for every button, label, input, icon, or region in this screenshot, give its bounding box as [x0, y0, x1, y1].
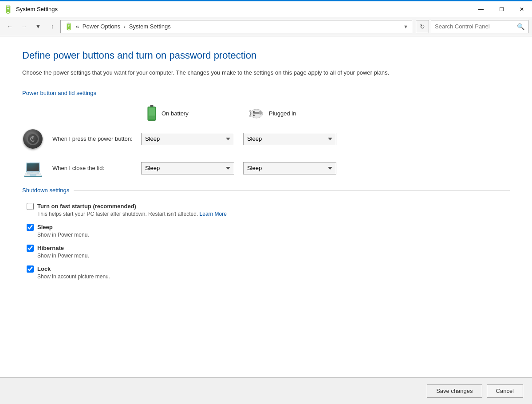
power-button-icon: [22, 128, 43, 150]
lid-close-row: 💻 When I close the lid: Do nothing Sleep…: [22, 158, 510, 179]
power-symbol: [29, 135, 36, 143]
lock-item: Lock Show in account picture menu.: [27, 265, 510, 280]
path-icon: 🔋: [64, 22, 73, 31]
fast-startup-sublabel: This helps start your PC faster after sh…: [37, 211, 227, 217]
sleep-sublabel: Show in Power menu.: [37, 232, 89, 238]
lid-close-plugged-select[interactable]: Do nothing Sleep Hibernate Shut down: [243, 162, 336, 174]
battery-icon: [146, 105, 157, 122]
search-input[interactable]: [435, 23, 517, 30]
address-path[interactable]: 🔋 « Power Options › System Settings ▼: [60, 20, 412, 33]
fast-startup-label: Turn on fast startup (recommended): [37, 203, 136, 210]
power-button-row: When I press the power button: Do nothin…: [22, 128, 510, 150]
window-title: System Settings: [16, 6, 471, 12]
hibernate-checkbox-wrap[interactable]: Hibernate: [27, 244, 89, 252]
lid-close-icon: 💻: [22, 158, 43, 179]
fast-startup-checkbox-wrap[interactable]: Turn on fast startup (recommended): [27, 202, 227, 210]
lid-close-dropdowns: Do nothing Sleep Hibernate Shut down Do …: [141, 162, 336, 174]
on-battery-label: On battery: [162, 110, 189, 117]
plug-icon: [248, 106, 264, 122]
power-button-label: When I press the power button:: [52, 135, 141, 142]
power-button-dropdowns: Do nothing Sleep Hibernate Shut down Tur…: [141, 133, 336, 145]
fast-startup-checkbox[interactable]: [27, 203, 34, 210]
title-bar: 🔋 System Settings — ☐ ✕: [0, 0, 532, 17]
power-button-section-label: Power button and lid settings: [22, 90, 96, 96]
path-dropdown-icon: ▼: [403, 24, 408, 29]
search-icon: 🔍: [517, 23, 524, 30]
up-button[interactable]: ↑: [46, 20, 59, 33]
hibernate-sublabel: Show in Power menu.: [37, 253, 89, 259]
svg-rect-0: [150, 105, 153, 107]
svg-point-8: [253, 115, 255, 116]
sleep-checkbox-wrap[interactable]: Sleep: [27, 223, 89, 231]
hibernate-checkbox[interactable]: [27, 245, 34, 252]
page-title: Define power buttons and turn on passwor…: [22, 50, 510, 61]
forward-button[interactable]: →: [18, 20, 30, 33]
dropdown-button[interactable]: ▼: [32, 20, 44, 33]
on-battery-header: On battery: [146, 105, 248, 122]
power-button-plugged-select[interactable]: Do nothing Sleep Hibernate Shut down Tur…: [243, 133, 336, 145]
bottom-bar: Save changes Cancel: [0, 377, 532, 404]
lid-close-battery-select[interactable]: Do nothing Sleep Hibernate Shut down: [141, 162, 234, 174]
minimize-button[interactable]: —: [471, 1, 491, 18]
lock-checkbox[interactable]: [27, 265, 34, 273]
refresh-button[interactable]: ↻: [416, 20, 429, 33]
close-button[interactable]: ✕: [512, 1, 532, 18]
address-bar: ← → ▼ ↑ 🔋 « Power Options › System Setti…: [0, 17, 532, 36]
section-divider: [101, 93, 510, 93]
app-icon: 🔋: [4, 5, 12, 14]
lid-close-label: When I close the lid:: [52, 165, 141, 171]
sleep-label: Sleep: [37, 224, 53, 230]
plugged-in-header: Plugged in: [248, 105, 351, 122]
window-controls: — ☐ ✕: [471, 1, 532, 18]
search-box: 🔍: [431, 20, 528, 33]
lock-sublabel: Show in account picture menu.: [37, 273, 110, 280]
sleep-checkbox[interactable]: [27, 224, 34, 231]
learn-more-link[interactable]: Learn More: [200, 211, 227, 217]
power-button-battery-select[interactable]: Do nothing Sleep Hibernate Shut down Tur…: [141, 133, 234, 145]
sleep-item: Sleep Show in Power menu.: [27, 223, 510, 238]
page-description: Choose the power settings that you want …: [22, 68, 404, 77]
shutdown-section-header: Shutdown settings: [22, 187, 510, 194]
shutdown-section-divider: [74, 190, 510, 190]
fast-startup-item: Turn on fast startup (recommended) This …: [27, 202, 510, 217]
hibernate-label: Hibernate: [37, 245, 64, 251]
hibernate-item: Hibernate Show in Power menu.: [27, 244, 510, 259]
shutdown-section-label: Shutdown settings: [22, 187, 69, 194]
cancel-button[interactable]: Cancel: [487, 384, 523, 398]
lock-label: Lock: [37, 265, 51, 272]
path-text: « Power Options › System Settings: [76, 23, 403, 30]
save-changes-button[interactable]: Save changes: [427, 384, 482, 398]
svg-rect-3: [149, 115, 155, 119]
maximize-button[interactable]: ☐: [491, 1, 512, 18]
main-content: Define power buttons and turn on passwor…: [0, 36, 532, 377]
lock-checkbox-wrap[interactable]: Lock: [27, 265, 110, 273]
svg-point-7: [253, 111, 255, 113]
back-button[interactable]: ←: [4, 20, 16, 33]
power-button-section-header: Power button and lid settings: [22, 90, 510, 96]
column-headers: On battery Plugged in: [146, 105, 510, 122]
plugged-in-label: Plugged in: [269, 110, 296, 117]
